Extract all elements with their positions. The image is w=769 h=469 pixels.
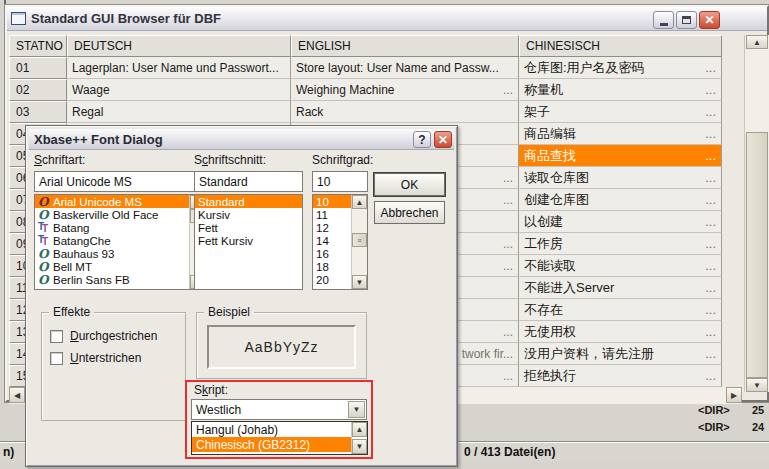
font-style-item[interactable]: Fett Kursiv [195,234,302,247]
font-name-input[interactable]: Arial Unicode MS [34,171,206,192]
unterstrichen-row: Unterstrichen [50,351,141,365]
cell-chinesisch[interactable]: 架子... [519,101,722,123]
font-name: Baskerville Old Face [51,209,158,221]
cell-chinesisch[interactable]: 没用户资料，请先注册... [519,343,722,365]
cell-chinesisch[interactable]: 拒绝执行... [519,365,722,387]
dir-label: <DIR> [698,404,738,416]
font-list-item[interactable]: OBaskerville Old Face [35,208,205,221]
chevron-down-icon[interactable]: ▼ [348,401,365,418]
cell-chinesisch[interactable]: 不存在... [519,299,722,321]
scroll-left-icon[interactable]: ◀ [9,387,25,403]
close-button[interactable]: ✕ [699,11,720,29]
dialog-title: Xbase++ Font Dialog [34,132,163,147]
cell-chinesisch[interactable]: 以创建... [519,211,722,233]
unterstrichen-label: Unterstrichen [70,351,141,365]
background-status-fragment: n) [3,445,14,459]
cell-chinesisch[interactable]: 商品查找... [519,145,722,167]
background-file-list: <DIR>25<DIR>24 [698,404,769,438]
skript-combobox[interactable]: Westlich ▼ [191,399,367,420]
unterstrichen-checkbox[interactable] [50,352,63,365]
scroll-down-icon[interactable]: ▼ [352,275,367,289]
font-size-input[interactable]: 10 [312,171,368,192]
minimize-button[interactable] [653,11,674,29]
cell-deutsch[interactable]: Lagerplan: User Name und Passwort... [67,57,291,79]
cell-chinesisch[interactable]: 不能读取... [519,255,722,277]
size-list-scrollbar[interactable]: ▲ ≡ ▼ [351,195,367,289]
cell-chinesisch[interactable]: 不能进入Server... [519,277,722,299]
scroll-up-icon[interactable]: ▲ [746,35,768,49]
ok-button[interactable]: OK [374,173,445,196]
screen: 0 / 413 Datei(en) n) <DIR>25<DIR>24 Stan… [0,0,769,469]
durchgestrichen-row: Durchgestrichen [50,329,157,343]
font-list-item[interactable]: OBauhaus 93 [35,247,205,260]
truncation-ellipsis: ... [499,237,513,251]
truncation-ellipsis: ... [701,104,716,119]
truncation-ellipsis: ... [701,60,716,75]
column-header-deutsch[interactable]: DEUTSCH [67,35,291,57]
scroll-up-icon[interactable]: ▲ [352,195,367,209]
row-header-cell[interactable]: 03 [9,101,67,123]
durchgestrichen-checkbox[interactable] [50,330,63,343]
skript-option[interactable]: Chinesisch (GB2312) [192,437,351,452]
font-list-item[interactable]: OBell MT [35,260,205,273]
maximize-button[interactable] [676,11,697,29]
main-window-title: Standard GUI Browser für DBF [31,11,221,26]
cell-chinesisch[interactable]: 称量机... [519,79,722,101]
font-list-item[interactable]: OArial Unicode MS [35,195,205,208]
cell-english[interactable]: Weighing Machine... [291,79,519,101]
schriftschnitt-label: Schriftschnitt: [194,153,266,167]
cell-chinesisch[interactable]: 创建仓库图... [519,189,722,211]
cell-text: 拒绝执行 [524,367,576,385]
cell-text: 架子 [524,103,550,121]
font-style-item[interactable]: Fett [195,221,302,234]
font-style-input[interactable]: Standard [194,171,303,192]
cell-text: Store layout: User Name and Passw... [296,61,499,75]
font-name: Bauhaus 93 [51,248,114,260]
truncation-ellipsis: ... [701,148,716,163]
cell-english[interactable]: Store layout: User Name and Passw... [291,57,519,79]
vertical-scrollbar-thumb[interactable] [746,132,768,378]
help-button[interactable]: ? [413,131,431,148]
cancel-button[interactable]: Abbrechen [374,201,445,224]
cell-deutsch[interactable]: Regal [67,101,291,123]
truetype-icon: TT [38,235,51,247]
skript-list-scrollbar[interactable]: ▲ ▼ [351,422,367,454]
cell-english[interactable]: Rack [291,101,519,123]
size-list-scrollbar-thumb[interactable]: ≡ [352,233,367,247]
truncation-ellipsis: twork fir... [458,347,513,361]
font-list-item[interactable]: TTBatang [35,221,205,234]
beispiel-group: Beispiel AaBbYyZz [196,312,367,379]
cell-chinesisch[interactable]: 读取仓库图... [519,167,722,189]
cell-chinesisch[interactable]: 商品编辑... [519,123,722,145]
column-header-english[interactable]: ENGLISH [291,35,519,57]
scroll-down-icon[interactable]: ▼ [746,378,768,392]
cell-chinesisch[interactable]: 仓库图:用户名及密码... [519,57,722,79]
column-header-chinesisch[interactable]: CHINESISCH [519,35,722,57]
skript-option[interactable]: Hangul (Johab) [192,422,351,437]
truncation-ellipsis: ... [701,280,716,295]
cell-text: Rack [296,105,323,119]
cell-deutsch[interactable]: Waage [67,79,291,101]
row-header-cell[interactable]: 02 [9,79,67,101]
font-list-item[interactable]: TTBatangChe [35,234,205,247]
column-header-statno[interactable]: STATNO [9,35,67,57]
font-style-item[interactable]: Standard [195,195,302,208]
cell-text: 商品编辑 [524,125,576,143]
opentype-icon: O [38,248,51,260]
font-list-item[interactable]: OBerlin Sans FB [35,273,205,286]
dialog-close-button[interactable]: ✕ [434,131,452,148]
opentype-icon: O [38,261,51,273]
scroll-right-icon[interactable]: ▶ [726,387,742,403]
scroll-down-icon[interactable]: ▼ [352,439,367,454]
font-style-item[interactable]: Kursiv [195,208,302,221]
cell-chinesisch[interactable]: 无使用权... [519,321,722,343]
cell-text: 无使用权 [524,323,576,341]
cell-text: 仓库图:用户名及密码 [524,59,645,77]
opentype-icon: O [38,274,51,286]
cell-text: 读取仓库图 [524,169,589,187]
vertical-scrollbar[interactable]: ▲ ▼ [744,35,769,392]
scroll-up-icon[interactable]: ▲ [352,422,367,437]
row-header-cell[interactable]: 01 [9,57,67,79]
cell-chinesisch[interactable]: 工作房... [519,233,722,255]
cell-text: 称量机 [524,81,563,99]
